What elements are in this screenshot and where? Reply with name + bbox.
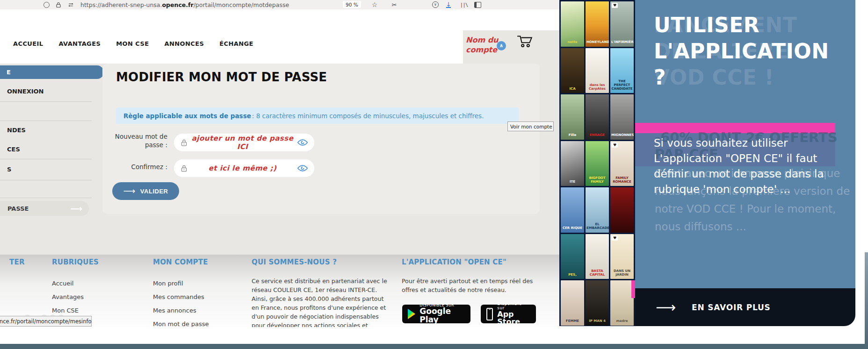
chevron-up-icon[interactable]: ∧ xyxy=(497,41,506,50)
confirm-password-field[interactable]: et ici le même ;) xyxy=(174,159,314,177)
footer-heading-mon-compte: MON COMPTE xyxy=(153,258,208,266)
sidebar-item-fragment[interactable]: S xyxy=(7,166,11,173)
nav-item[interactable]: MON CSE xyxy=(116,40,149,47)
lock-icon xyxy=(181,139,188,147)
movie-poster[interactable]: FEMME xyxy=(561,280,584,326)
movie-poster[interactable]: BASTA CAPITAL xyxy=(586,234,609,279)
nav-item[interactable]: AVANTAGES xyxy=(59,40,101,47)
address-bar[interactable]: https://adherent-snep-unsa.opence.fr/por… xyxy=(80,0,289,9)
sidebar-item-mot-de-passe[interactable]: PASSE ⟶ xyxy=(0,201,89,216)
lock-icon[interactable] xyxy=(54,0,63,9)
pocket-icon[interactable]: ∨ xyxy=(431,0,440,9)
movie-title: BIGFOOT FAMILY xyxy=(586,176,608,184)
movie-title: ENRAGÉ xyxy=(586,133,608,137)
app-store-badge[interactable]: Disponible sur App Store xyxy=(481,305,536,323)
divider xyxy=(0,180,92,180)
nav-item[interactable]: ÉCHANGE xyxy=(219,40,253,47)
footer-about-text: Ce service est distribué en partenariat … xyxy=(252,277,388,327)
arrow-right-icon: ⟶ xyxy=(656,299,676,315)
movie-title: dans les CarpAtes xyxy=(586,83,608,91)
arrow-right-icon: ⟶ xyxy=(123,186,136,196)
movie-title: FAMILY ROMANCE xyxy=(611,176,633,184)
window-frame-bottom xyxy=(0,344,868,349)
tracking-shield-icon[interactable] xyxy=(42,0,51,9)
screenshot-icon[interactable]: ✂ xyxy=(390,0,399,9)
cta-label: EN SAVOIR PLUS xyxy=(692,303,771,312)
movie-poster[interactable]: Fille xyxy=(561,94,584,140)
movie-poster[interactable]: MIGNONNES xyxy=(610,94,634,140)
permissions-icon[interactable] xyxy=(66,0,75,9)
movie-poster[interactable]: madre xyxy=(610,280,634,326)
footer-link[interactable]: Accueil xyxy=(52,280,84,287)
valider-button[interactable]: ⟶ VALIDER xyxy=(112,182,179,200)
sidebar-item-annonces[interactable]: CES xyxy=(7,146,20,153)
confirm-password-placeholder: et ici le même ;) xyxy=(188,164,297,172)
cart-icon[interactable] xyxy=(516,33,534,49)
movie-poster[interactable] xyxy=(610,187,634,233)
movie-poster[interactable]: ♥ L'INFIRMIÈRE xyxy=(610,1,634,47)
valider-label: VALIDER xyxy=(140,188,168,195)
confirm-password-label: Confirmez : xyxy=(111,163,167,171)
sidebar-active-item[interactable]: E xyxy=(0,65,104,79)
eye-icon[interactable] xyxy=(297,164,308,172)
badge-bottom-text: App Store xyxy=(497,311,530,327)
movie-poster[interactable]: PES, xyxy=(561,234,584,279)
movie-poster[interactable]: ENRAGÉ xyxy=(586,94,609,140)
favorite-heart-icon: ♥ xyxy=(612,3,618,8)
google-play-icon xyxy=(408,309,415,319)
movie-poster[interactable]: nette xyxy=(561,1,584,47)
divider xyxy=(0,101,92,102)
sidebar-item-connexion[interactable]: ONNEXION xyxy=(7,88,43,95)
footer-heading-partial: TER xyxy=(9,258,25,266)
sidebar-item-commandes[interactable]: NDES xyxy=(7,127,26,134)
password-rule-banner: Règle applicable aux mots de passe : 8 c… xyxy=(116,107,519,124)
footer-link[interactable]: Avantages xyxy=(52,293,84,300)
footer-rubriques-list: AccueilAvantagesMon CSE xyxy=(52,280,84,314)
footer-app-text: Pour être averti partout et en temps rée… xyxy=(402,277,542,294)
movie-poster[interactable]: IP MAN 4 xyxy=(586,280,609,326)
movie-poster[interactable]: BIGFOOT FAMILY xyxy=(586,141,609,186)
movie-title: nette xyxy=(562,40,583,44)
sidebar-item-label: PASSE xyxy=(7,205,29,212)
movie-title: ICA xyxy=(562,87,583,91)
movie-poster[interactable]: ♥ FAMILY ROMANCE xyxy=(610,141,634,186)
google-play-badge[interactable]: DISPONIBLE SUR Google Play xyxy=(402,305,470,323)
movie-title: BASTA CAPITAL xyxy=(586,269,608,277)
download-icon[interactable]: ↓ xyxy=(444,0,453,9)
zoom-level-chip[interactable]: 90 % xyxy=(343,1,361,8)
footer-link[interactable]: Mon CSE xyxy=(52,307,84,314)
movie-poster-grid: nette HONEYLAND ♥ L'INFIRMIÈRE ICA xyxy=(559,0,635,326)
lock-icon xyxy=(181,164,188,172)
movie-poster[interactable]: dans les CarpAtes xyxy=(586,48,609,93)
library-icon[interactable]: ||\ xyxy=(459,0,469,9)
sidebar-toggle-icon[interactable] xyxy=(473,0,482,9)
bookmark-star-icon[interactable]: ☆ xyxy=(370,0,379,9)
url-path: /portail/moncompte/motdepasse xyxy=(194,1,289,8)
eye-icon[interactable] xyxy=(297,139,308,146)
new-password-field[interactable]: ajouter un mot de passe ICI xyxy=(174,134,314,151)
movie-title: ITE xyxy=(562,180,583,184)
movie-title: Fille xyxy=(562,133,583,137)
footer-link[interactable]: Mes annonces xyxy=(153,307,209,314)
nav-item[interactable]: ANNONCES xyxy=(164,40,204,47)
movie-poster[interactable]: CER RIQUE xyxy=(561,187,584,233)
movie-poster[interactable]: EL EMBARCADERO xyxy=(586,187,609,233)
badge-top-text: Disponible sur xyxy=(497,302,530,311)
promo-message: Si vous souhaitez utiliser L'application… xyxy=(654,135,824,197)
movie-poster[interactable]: ITE xyxy=(561,141,584,186)
nav-item[interactable]: ACCUEIL xyxy=(13,40,43,47)
footer-link[interactable]: Mes commandes xyxy=(153,293,209,300)
movie-poster[interactable]: ICA xyxy=(561,48,584,93)
movie-poster[interactable]: HONEYLAND xyxy=(586,1,609,47)
movie-poster[interactable]: ♥ DANS UN JARDIN xyxy=(610,234,634,279)
footer-link[interactable]: Mon profil xyxy=(153,280,209,287)
movie-title: DANS UN JARDIN xyxy=(611,269,633,277)
password-form-card: MODIFIER MON MOT DE PASSE Règle applicab… xyxy=(102,64,540,214)
screen: https://adherent-snep-unsa.opence.fr/por… xyxy=(0,0,868,349)
account-name-trigger[interactable]: Nom du compte xyxy=(466,35,499,55)
footer-link[interactable]: Mon mot de passe xyxy=(153,321,209,327)
phone-icon xyxy=(486,308,493,321)
movie-poster[interactable]: THE PERFECT CANDIDATE xyxy=(610,48,634,93)
en-savoir-plus-button[interactable]: ⟶ EN SAVOIR PLUS xyxy=(635,288,855,326)
divider xyxy=(0,198,92,198)
